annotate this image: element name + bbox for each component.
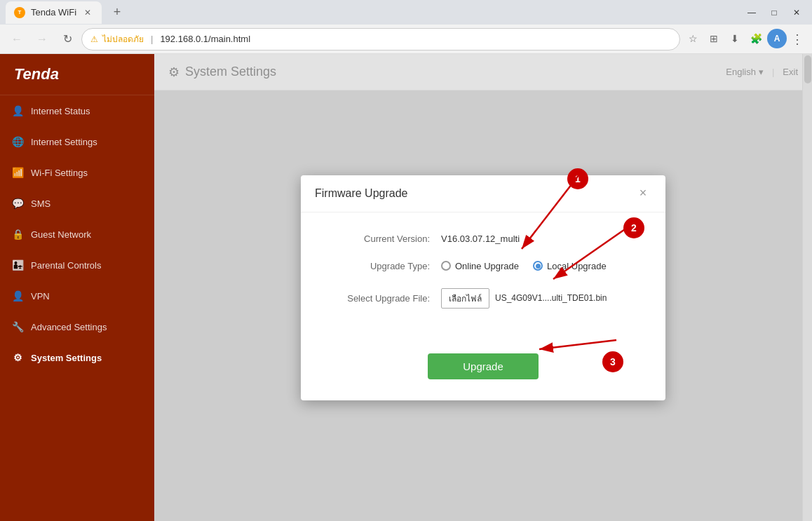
sms-icon: 💬: [11, 198, 24, 209]
sidebar-item-advanced-settings[interactable]: 🔧 Advanced Settings: [0, 311, 154, 342]
minimize-button[interactable]: —: [742, 3, 762, 22]
modal-footer: Upgrade: [301, 346, 665, 400]
sidebar-item-label: Guest Network: [31, 229, 91, 240]
sidebar-item-label: Internet Settings: [31, 137, 97, 147]
modal-close-button[interactable]: ×: [635, 185, 651, 202]
upgrade-button[interactable]: Upgrade: [428, 353, 539, 379]
sidebar-logo: Tenda: [0, 54, 154, 95]
sidebar-item-label: Advanced Settings: [31, 322, 107, 332]
internet-settings-icon: 🌐: [11, 136, 24, 147]
file-input-group: เลือกไฟล์ US_4G09V1....ulti_TDE01.bin: [441, 288, 607, 309]
select-file-row: Select Upgrade File: เลือกไฟล์ US_4G09V1…: [329, 288, 637, 309]
advanced-settings-icon: 🔧: [11, 321, 24, 332]
security-warning-icon: ⚠: [90, 34, 98, 44]
sidebar-item-internet-status[interactable]: 👤 Internet Status: [0, 95, 154, 126]
modal-body: Current Version: V16.03.07.12_multi Upgr…: [301, 212, 665, 346]
modal-header: Firmware Upgrade ×: [301, 175, 665, 212]
sidebar: Tenda 👤 Internet Status 🌐 Internet Setti…: [0, 54, 154, 521]
sidebar-item-guest-network[interactable]: 🔒 Guest Network: [0, 219, 154, 250]
sidebar-item-internet-settings[interactable]: 🌐 Internet Settings: [0, 126, 154, 157]
tab-close-button[interactable]: ✕: [82, 7, 93, 18]
upgrade-type-options: Online Upgrade Local Upgrade: [441, 261, 607, 271]
parental-controls-icon: 👨‍👧: [11, 259, 24, 271]
warning-text: ไม่ปลอดภัย: [102, 32, 144, 46]
title-bar-left: T Tenda WiFi ✕ +: [6, 1, 127, 24]
tab-favicon: T: [14, 7, 25, 18]
new-tab-button[interactable]: +: [107, 3, 127, 22]
sidebar-item-label: SMS: [31, 198, 50, 209]
select-file-label: Select Upgrade File:: [329, 293, 441, 304]
content-area: ⚙ System Settings English ▾ | Exit Firmw…: [154, 54, 812, 521]
maximize-button[interactable]: □: [764, 3, 784, 22]
extensions-icon[interactable]: 🧩: [746, 29, 766, 48]
guest-network-icon: 🔒: [11, 229, 24, 240]
title-bar: T Tenda WiFi ✕ + — □ ✕: [0, 0, 812, 25]
back-button[interactable]: ←: [6, 28, 28, 50]
internet-status-icon: 👤: [11, 105, 24, 116]
local-upgrade-option[interactable]: Local Upgrade: [533, 261, 607, 271]
address-bar[interactable]: ⚠ ไม่ปลอดภัย | 192.168.0.1/main.html: [81, 28, 680, 50]
file-name-text: US_4G09V1....ulti_TDE01.bin: [495, 293, 607, 303]
forward-button[interactable]: →: [31, 28, 53, 50]
modal-overlay: Firmware Upgrade × Current Version: V16.…: [154, 54, 812, 521]
sidebar-item-label: System Settings: [31, 353, 102, 363]
tab-title: Tenda WiFi: [31, 7, 76, 18]
upgrade-type-label: Upgrade Type:: [329, 261, 441, 271]
vpn-icon: 👤: [11, 290, 24, 302]
close-window-button[interactable]: ✕: [787, 3, 806, 22]
system-settings-icon: ⚙: [11, 352, 24, 363]
current-version-row: Current Version: V16.03.07.12_multi: [329, 234, 637, 244]
sidebar-item-label: Parental Controls: [31, 260, 101, 271]
current-version-value: V16.03.07.12_multi: [441, 234, 520, 244]
window-controls: — □ ✕: [742, 3, 806, 22]
download-icon[interactable]: ⬇: [725, 29, 745, 48]
online-upgrade-radio[interactable]: [441, 261, 451, 271]
sidebar-item-label: VPN: [31, 291, 50, 302]
wifi-icon: 📶: [11, 167, 24, 178]
local-upgrade-label: Local Upgrade: [547, 261, 607, 271]
browser-menu-button[interactable]: ⋮: [788, 29, 806, 50]
sidebar-item-label: Wi-Fi Settings: [31, 168, 88, 178]
reload-button[interactable]: ↻: [56, 28, 79, 50]
sidebar-item-parental-controls[interactable]: 👨‍👧 Parental Controls: [0, 250, 154, 280]
active-tab[interactable]: T Tenda WiFi ✕: [6, 1, 102, 24]
address-text: 192.168.0.1/main.html: [160, 34, 671, 44]
file-choose-button[interactable]: เลือกไฟล์: [441, 288, 489, 309]
sidebar-item-wifi-settings[interactable]: 📶 Wi-Fi Settings: [0, 157, 154, 188]
nav-actions: ☆ ⊞ ⬇ 🧩 A ⋮: [683, 29, 806, 50]
modal-title: Firmware Upgrade: [315, 187, 407, 200]
profile-button[interactable]: A: [767, 29, 787, 48]
browser-chrome: T Tenda WiFi ✕ + — □ ✕ ← → ↻ ⚠ ไม่ปลอดภั…: [0, 0, 812, 54]
firmware-upgrade-modal: Firmware Upgrade × Current Version: V16.…: [301, 175, 665, 400]
main-area: Tenda 👤 Internet Status 🌐 Internet Setti…: [0, 54, 812, 521]
online-upgrade-option[interactable]: Online Upgrade: [441, 261, 519, 271]
local-upgrade-radio[interactable]: [533, 261, 543, 271]
current-version-label: Current Version:: [329, 234, 441, 244]
bookmark-icon[interactable]: ☆: [683, 29, 703, 48]
sidebar-item-label: Internet Status: [31, 106, 90, 116]
upgrade-type-row: Upgrade Type: Online Upgrade Local Upgra…: [329, 261, 637, 271]
sidebar-item-system-settings[interactable]: ⚙ System Settings: [0, 342, 154, 373]
translate-icon[interactable]: ⊞: [704, 29, 724, 48]
sidebar-item-sms[interactable]: 💬 SMS: [0, 188, 154, 219]
online-upgrade-label: Online Upgrade: [455, 261, 519, 271]
sidebar-item-vpn[interactable]: 👤 VPN: [0, 280, 154, 311]
nav-bar: ← → ↻ ⚠ ไม่ปลอดภัย | 192.168.0.1/main.ht…: [0, 25, 812, 54]
